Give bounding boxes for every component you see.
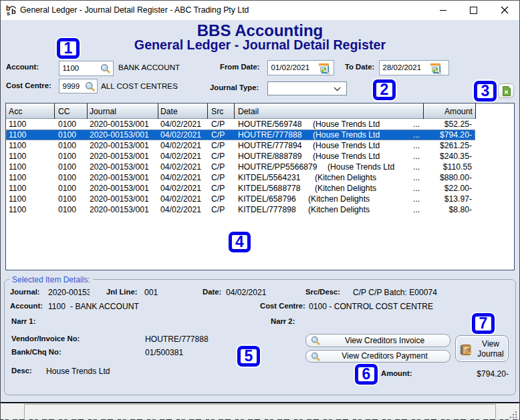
svg-text:@: @ <box>465 347 470 353</box>
svg-text:s: s <box>7 10 10 16</box>
